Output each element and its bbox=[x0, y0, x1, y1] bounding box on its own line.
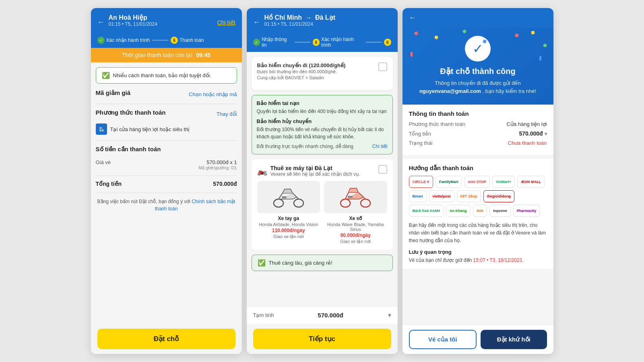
promo-badge: ✅ Thuê càng lâu, giá càng rẻ! bbox=[252, 255, 393, 271]
accident-text: Quyền lợi bảo hiểm lên đến 400 triệu đồn… bbox=[257, 108, 388, 115]
pi-method-value: Cửa hàng tiện lợi bbox=[507, 121, 547, 127]
success-email: nguyenvana@gmail.com bbox=[419, 88, 481, 94]
continue-button[interactable]: Tiếp tục bbox=[253, 329, 391, 349]
guide-text: Bạn hãy đến một trong các cửa hàng hoặc … bbox=[409, 222, 547, 245]
store-logo-æon-mall: ÆON MALL bbox=[517, 176, 545, 188]
screen2-subtitle: 01:15 • T5, 11/01/2024 bbox=[264, 21, 391, 27]
timer-label: Thời gian thanh toán còn lại bbox=[122, 52, 192, 58]
store-logos: CIRCLE KFamilyMartmini STOPVinMart+ÆON M… bbox=[409, 176, 547, 217]
step1-check-icon: ✓ bbox=[97, 37, 105, 44]
screen3-success: ← ✓ Đặt chỗ thành công Thông tin chuyến bbox=[402, 8, 553, 354]
check-icon: ✅ bbox=[102, 72, 110, 79]
insurance-checkbox[interactable] bbox=[378, 62, 387, 71]
store-logo-pharmacity: Pharmacity bbox=[513, 205, 540, 217]
bike1-name: Xe tay ga bbox=[257, 216, 320, 221]
store-logo-familymart: FamilyMart bbox=[436, 176, 462, 188]
insurance-card: Bảo hiểm chuyến đi (120.000đ/ghế) Được b… bbox=[252, 57, 393, 90]
step2-num: 6 bbox=[171, 37, 178, 44]
pi-total-label: Tổng tiền bbox=[409, 131, 431, 137]
price-row: Giá vé 570.000đ x 1 Mã ghế/giường: D1 bbox=[96, 159, 237, 171]
screen3-header: ← bbox=[402, 8, 553, 28]
expire-text: Vé của bạn chỉ được giữ đến 15:07 • T3, … bbox=[409, 257, 547, 263]
store-icon: 🏪 bbox=[96, 123, 107, 135]
accident-title: Bảo hiểm tai nạn bbox=[257, 100, 388, 106]
payment-info-section: Thông tin thanh toán Phương thức thanh t… bbox=[402, 105, 553, 155]
pi-status-value: Chưa thanh toán bbox=[508, 140, 547, 146]
guide-title: Hướng dẫn thanh toán bbox=[409, 165, 547, 172]
bike1-delivery: Giao xe tận nơi bbox=[257, 234, 320, 239]
store-logo-fpt-shop: FPT Shop bbox=[457, 190, 481, 202]
total-row: Tổng tiền 570.000đ bbox=[96, 181, 237, 187]
screen1-detail-link[interactable]: Chi tiết bbox=[217, 19, 235, 26]
store-logo-mini-stop: mini STOP bbox=[464, 176, 490, 188]
seat-label: Mã ghế/giường: D1 bbox=[198, 165, 237, 171]
store-logo-ava: AVA bbox=[473, 205, 487, 217]
back-button-s2[interactable]: ← bbox=[253, 18, 260, 27]
pi-title: Thông tin thanh toán bbox=[409, 110, 547, 117]
route-title: Hồ Chí Minh → Đà Lạt bbox=[264, 14, 391, 21]
bike2-model: Honda Wave Blade, Yamaha Sirius bbox=[324, 222, 387, 232]
success-title: Đặt chỗ thành công bbox=[409, 66, 547, 76]
insurance-detail-card: Bảo hiểm tai nạn Quyền lợi bảo hiểm lên … bbox=[252, 95, 393, 154]
s2-divider2 bbox=[366, 42, 382, 43]
expand-icon[interactable]: ▾ bbox=[388, 311, 391, 319]
amount-section: Số tiền cần thanh toán Giá vé 570.000đ x… bbox=[96, 146, 237, 187]
cancel-title: Bảo hiểm hủy chuyến bbox=[257, 118, 388, 124]
payment-guide: Hướng dẫn thanh toán CIRCLE KFamilyMartm… bbox=[402, 159, 553, 269]
ins-detail-link[interactable]: Chi tiết bbox=[372, 144, 388, 149]
store-logo-topzone: topzone bbox=[489, 205, 511, 217]
bottom-total-value: 570.000đ bbox=[318, 312, 343, 319]
svg-point-3 bbox=[341, 199, 350, 207]
screen2-header: ← Hồ Chí Minh → Đà Lạt 01:15 • T5, 11/01… bbox=[247, 8, 398, 52]
payment-method-label: Phương thức thanh toán bbox=[96, 109, 166, 116]
step-divider bbox=[152, 40, 168, 41]
motorbike-header: 🏍️ Thuê xe máy tại Đà Lạt Vexere sẽ liên… bbox=[257, 165, 387, 177]
insurance-sub2: Cung cấp bởi BAOVIET × Saladin bbox=[257, 75, 346, 80]
payment-store: 🏪 Tại cửa hàng tiện lợi hoặc siêu thị bbox=[96, 123, 237, 135]
bike2-delivery: Giao xe tận nơi bbox=[324, 239, 387, 244]
screen3-bottom-buttons: Vé của tôi Đặt khứ hồi bbox=[402, 325, 553, 354]
store-logo-viettelpost: viettelpost bbox=[429, 190, 454, 202]
divider3 bbox=[96, 175, 237, 176]
bike1-price: 110.000đ/ngày bbox=[257, 228, 320, 233]
return-trip-button[interactable]: Đặt khứ hồi bbox=[481, 330, 547, 349]
screen1-title: An Hoà Hiệp bbox=[109, 14, 217, 21]
timer-value: 09:45 bbox=[196, 52, 211, 58]
pi-total-value: 570.000đ ▾ bbox=[519, 130, 547, 137]
store-logo-vinmart+: VinMart+ bbox=[492, 176, 515, 188]
discount-label: Mã giảm giá bbox=[96, 89, 131, 97]
store-logo-bmart: Bmart bbox=[409, 190, 427, 202]
bike1-card: Xe tay ga Honda Airblade, Honda Vision 1… bbox=[257, 181, 320, 244]
screen1-steps: ✓ Xác nhận hành trình 6 Thanh toán bbox=[97, 33, 235, 48]
my-ticket-button[interactable]: Vé của tôi bbox=[409, 330, 477, 349]
discount-section: Mã giảm giá Chọn hoặc nhập mã bbox=[96, 89, 237, 99]
divider1 bbox=[96, 104, 237, 104]
screen1-header: ← An Hoà Hiệp 01:15 • T5, 11/01/2024 Chi… bbox=[91, 8, 242, 48]
total-value: 570.000đ bbox=[213, 181, 237, 187]
back-button-s3[interactable]: ← bbox=[409, 14, 416, 22]
total-label: Tổng tiền bbox=[96, 181, 122, 187]
book-button[interactable]: Đặt chỗ bbox=[97, 329, 235, 349]
security-badge: ✅ Nhiều cách thanh toán, bảo mật tuyệt đ… bbox=[96, 67, 237, 84]
checkmark-icon: ✓ bbox=[473, 41, 483, 56]
expire-highlight: 15:07 • T3, 19/12/2023 bbox=[473, 257, 522, 263]
screen2-booking: ← Hồ Chí Minh → Đà Lạt 01:15 • T5, 11/01… bbox=[247, 8, 398, 354]
motorbike-title: Thuê xe máy tại Đà Lạt bbox=[270, 165, 361, 171]
motorbike-checkbox[interactable] bbox=[378, 165, 387, 174]
store-logo-thegioididong: thegioididong bbox=[483, 190, 514, 202]
policy-text: Bằng việc bấm nút Đặt chỗ, bạn đồng ý vớ… bbox=[96, 198, 237, 212]
bike2-name: Xe số bbox=[324, 216, 387, 221]
price-label: Giá vé bbox=[96, 159, 111, 171]
payment-store-text: Tại cửa hàng tiện lợi hoặc siêu thị bbox=[110, 126, 190, 132]
ins-footer-text: Bồi thường trực tuyến nhanh chóng, dễ dà… bbox=[257, 144, 353, 149]
timer-bar: Thời gian thanh toán còn lại 09:45 bbox=[91, 48, 242, 62]
back-button-s1[interactable]: ← bbox=[97, 18, 105, 27]
payment-change-link[interactable]: Thay đổi bbox=[217, 111, 237, 117]
screen1-step2-label: Thanh toán bbox=[180, 37, 204, 43]
s2-step2-label: Xác nhận hành trình bbox=[321, 37, 363, 48]
bike1-model: Honda Airblade, Honda Vision bbox=[257, 222, 320, 227]
divider2 bbox=[96, 140, 237, 141]
svg-point-0 bbox=[274, 199, 283, 207]
insurance-title: Bảo hiểm chuyến đi (120.000đ/ghế) bbox=[257, 62, 346, 68]
discount-link[interactable]: Chọn hoặc nhập mã bbox=[189, 91, 237, 97]
